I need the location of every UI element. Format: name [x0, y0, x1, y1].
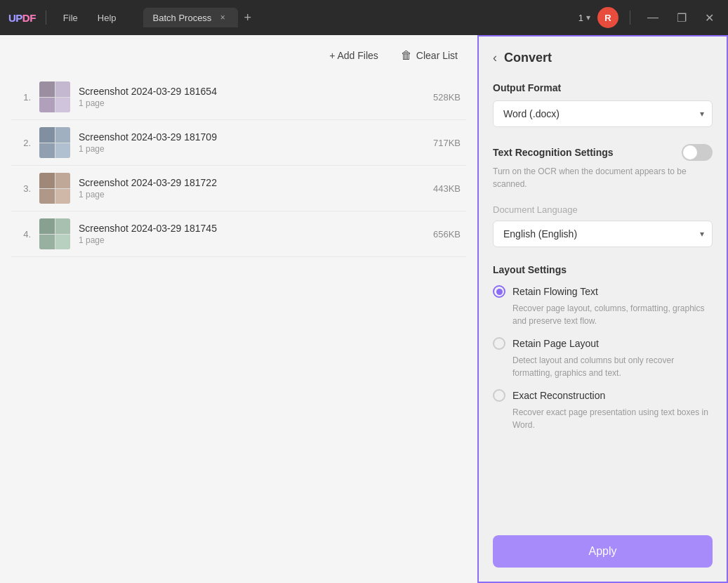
file-number: 2. [17, 138, 31, 148]
titlebar-right: 1 ▾ R — ❐ ✕ [578, 7, 720, 28]
file-info: Screenshot 2024-03-29 181654 1 page [79, 86, 425, 108]
radio-option-retain_page[interactable]: Retain Page Layout [493, 337, 713, 350]
file-size: 528KB [433, 92, 461, 103]
list-item: 2. Screenshot 2024-03-29 181709 1 page 7… [11, 120, 466, 166]
file-pages: 1 page [79, 190, 425, 199]
document-language-label: Document Language [493, 204, 713, 215]
file-list: 1. Screenshot 2024-03-29 181654 1 page 5… [0, 74, 477, 572]
file-name: Screenshot 2024-03-29 181654 [79, 86, 425, 97]
titlebar-divider-2 [630, 11, 630, 25]
panel-title: Convert [504, 51, 552, 65]
maximize-button[interactable]: ❐ [671, 8, 692, 27]
radio-btn-exact_reconstruction[interactable] [493, 389, 505, 402]
titlebar: UPDF File Help Batch Process × + 1 ▾ R —… [0, 0, 728, 35]
radio-description-retain_flowing: Recover page layout, columns, formatting… [512, 302, 713, 327]
file-thumbnail [39, 127, 70, 158]
radio-btn-retain_flowing[interactable] [493, 285, 505, 298]
tab-batch-process[interactable]: Batch Process × [143, 8, 239, 27]
file-name: Screenshot 2024-03-29 181745 [79, 223, 425, 234]
text-recognition-toggle[interactable] [682, 144, 713, 161]
layout-option-retain_page: Retain Page Layout Detect layout and col… [493, 337, 713, 379]
menu-help[interactable]: Help [91, 10, 124, 26]
file-thumbnail [39, 218, 70, 249]
layout-option-retain_flowing: Retain Flowing Text Recover page layout,… [493, 285, 713, 327]
file-pages: 1 page [79, 235, 425, 245]
file-panel: + Add Files 🗑 Clear List 1. Screenshot 2… [0, 35, 477, 583]
file-info: Screenshot 2024-03-29 181722 1 page [79, 177, 425, 199]
text-recognition-row: Text Recognition Settings [493, 144, 713, 161]
document-language-select[interactable]: English (English)French (Français)German… [493, 221, 713, 247]
layout-option-exact_reconstruction: Exact Reconstruction Recover exact page … [493, 389, 713, 431]
file-info: Screenshot 2024-03-29 181745 1 page [79, 223, 425, 245]
tab-area: Batch Process × + [143, 8, 559, 27]
titlebar-divider [46, 11, 46, 25]
file-name: Screenshot 2024-03-29 181722 [79, 177, 425, 188]
list-item: 4. Screenshot 2024-03-29 181745 1 page 6… [11, 211, 466, 257]
file-size: 717KB [433, 138, 461, 148]
radio-label-retain_page: Retain Page Layout [512, 338, 599, 349]
panel-header: ‹ Convert [493, 51, 713, 65]
avatar[interactable]: R [597, 7, 618, 28]
radio-label-retain_flowing: Retain Flowing Text [512, 286, 598, 297]
apply-button[interactable]: Apply [493, 535, 713, 568]
file-info: Screenshot 2024-03-29 181709 1 page [79, 131, 425, 154]
chevron-down-icon: ▾ [586, 13, 590, 22]
ocr-description: Turn on the OCR when the document appear… [493, 165, 713, 190]
main-content: + Add Files 🗑 Clear List 1. Screenshot 2… [0, 35, 728, 583]
radio-option-exact_reconstruction[interactable]: Exact Reconstruction [493, 389, 713, 402]
settings-panel: ‹ Convert Output Format Word (.docx)Exce… [477, 35, 728, 583]
file-number: 4. [17, 229, 31, 240]
add-files-label: + Add Files [329, 50, 378, 61]
file-number: 3. [17, 183, 31, 194]
layout-options: Retain Flowing Text Recover page layout,… [493, 285, 713, 441]
file-name: Screenshot 2024-03-29 181709 [79, 131, 425, 143]
list-item: 3. Screenshot 2024-03-29 181722 1 page 4… [11, 166, 466, 211]
clear-list-button[interactable]: 🗑 Clear List [395, 46, 463, 65]
tab-title: Batch Process [153, 13, 212, 23]
radio-description-retain_page: Detect layout and columns but only recov… [512, 354, 713, 379]
radio-label-exact_reconstruction: Exact Reconstruction [512, 390, 605, 401]
layout-settings-label: Layout Settings [493, 264, 713, 275]
output-format-label: Output Format [493, 82, 713, 93]
file-thumbnail [39, 173, 70, 204]
clear-list-label: Clear List [416, 50, 458, 61]
file-size: 443KB [433, 183, 461, 194]
output-format-select[interactable]: Word (.docx)Excel (.xlsx)PowerPoint (.pp… [493, 100, 713, 127]
list-item: 1. Screenshot 2024-03-29 181654 1 page 5… [11, 74, 466, 120]
tab-close-button[interactable]: × [217, 12, 228, 23]
app-logo: UPDF [8, 12, 36, 24]
tab-add-button[interactable]: + [238, 11, 257, 25]
text-recognition-label: Text Recognition Settings [493, 147, 614, 158]
back-button[interactable]: ‹ [493, 51, 497, 65]
file-thumbnail [39, 81, 70, 112]
radio-btn-retain_page[interactable] [493, 337, 505, 350]
add-files-button[interactable]: + Add Files [324, 47, 384, 64]
radio-description-exact_reconstruction: Recover exact page presentation using te… [512, 406, 713, 431]
close-button[interactable]: ✕ [699, 8, 720, 27]
document-language-wrapper: English (English)French (Français)German… [493, 221, 713, 247]
file-size: 656KB [433, 229, 461, 240]
file-toolbar: + Add Files 🗑 Clear List [0, 46, 477, 74]
user-count[interactable]: 1 ▾ [578, 13, 590, 23]
trash-icon: 🗑 [401, 49, 412, 62]
file-pages: 1 page [79, 144, 425, 154]
output-format-wrapper: Word (.docx)Excel (.xlsx)PowerPoint (.pp… [493, 100, 713, 127]
menu-file[interactable]: File [56, 10, 85, 26]
minimize-button[interactable]: — [642, 8, 664, 27]
file-number: 1. [17, 92, 31, 103]
file-pages: 1 page [79, 98, 425, 108]
radio-option-retain_flowing[interactable]: Retain Flowing Text [493, 285, 713, 298]
toggle-thumb [683, 145, 697, 159]
